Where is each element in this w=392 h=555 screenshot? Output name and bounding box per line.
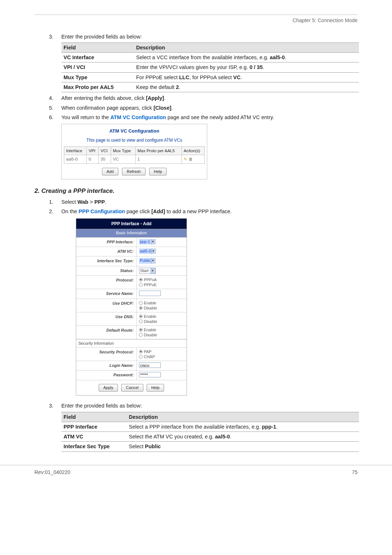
- form-label: Security Protocol:: [76, 348, 137, 361]
- form-value: PPPoAPPPoE: [137, 276, 187, 289]
- radio-label: Disable: [144, 332, 157, 337]
- txt: For PPPoE select: [136, 74, 179, 80]
- txt: Select the ATM VC you created, e.g.: [129, 434, 215, 439]
- step-5: 5. When confirmation page appears, click…: [49, 104, 358, 112]
- radio-icon: [139, 315, 143, 318]
- radio-option[interactable]: Enable: [139, 327, 184, 332]
- field-table-2: Field Description PPP Interface Select a…: [61, 412, 359, 452]
- text-input[interactable]: [139, 362, 161, 368]
- table-row: Interface Sec Type Select Public: [61, 442, 359, 451]
- cell-field: ATM VC: [61, 432, 127, 442]
- dropdown[interactable]: ppp-1: [139, 239, 156, 244]
- radio-option[interactable]: PPPoA: [139, 277, 184, 282]
- txt: Enter the VPI/VCI values given by your I…: [136, 64, 249, 70]
- txt: .: [179, 84, 180, 90]
- footer-rev: Rev:01_040220: [34, 469, 70, 476]
- radio-option[interactable]: CHAP: [139, 354, 184, 359]
- cancel-button[interactable]: Cancel: [121, 384, 143, 392]
- form-value: PAPCHAP: [137, 348, 187, 361]
- step-num: 3.: [49, 402, 61, 409]
- radio-label: PAP: [144, 349, 151, 354]
- text-input[interactable]: [139, 372, 161, 377]
- th: Mux Type: [111, 147, 135, 155]
- th: Action(s): [181, 147, 204, 155]
- dropdown-value: Public: [140, 258, 151, 263]
- txt: .: [285, 54, 286, 60]
- cell-desc: Select Public: [127, 442, 359, 451]
- txt: .: [276, 424, 278, 430]
- form-row: Login Name:: [76, 361, 187, 370]
- step-text: When confirmation page appears, click [C…: [61, 104, 173, 112]
- td: aal5-0: [64, 155, 87, 163]
- txt-bold: Public: [145, 443, 161, 449]
- form-label: Login Name:: [76, 361, 137, 370]
- cell-field: VPI / VCI: [61, 62, 134, 72]
- step-d3: 3. Enter the provided fields as below:: [49, 402, 358, 409]
- help-button[interactable]: Help: [149, 168, 167, 175]
- delete-icon[interactable]: 🗑: [189, 157, 193, 161]
- txt-bold: ppp-1: [262, 424, 276, 430]
- edit-icon[interactable]: ✎: [184, 157, 187, 161]
- step-text: You will return to the ATM VC Configurat…: [61, 114, 274, 121]
- txt-bold: LLC: [179, 74, 189, 80]
- form-label: Use DHCP:: [76, 299, 137, 312]
- cell-field: Mux Type: [61, 72, 134, 82]
- form-label: PPP Interface:: [76, 238, 137, 247]
- cell-field: Interface Sec Type: [61, 442, 127, 451]
- radio-icon: [139, 333, 143, 337]
- section-basic-info: Basic Information: [76, 229, 187, 237]
- th: VPI: [87, 147, 99, 155]
- form-value: [137, 370, 187, 380]
- radio-option[interactable]: Enable: [139, 314, 184, 319]
- td-actions: ✎ 🗑: [181, 155, 204, 163]
- radio-icon: [139, 306, 143, 310]
- radio-option[interactable]: PAP: [139, 349, 184, 354]
- txt: .: [164, 95, 166, 101]
- radio-option[interactable]: PPPoE: [139, 282, 184, 287]
- radio-label: Enable: [144, 327, 156, 332]
- cell-desc: Select a VCC interface from the availabl…: [134, 53, 359, 62]
- txt-bold: 0 / 35: [249, 64, 262, 70]
- radio-option[interactable]: Enable: [139, 300, 184, 305]
- help-button[interactable]: Help: [147, 384, 164, 392]
- txt: .: [105, 199, 106, 205]
- form-row: Security Protocol:PAPCHAP: [76, 348, 187, 361]
- td: VC: [111, 155, 135, 163]
- apply-button[interactable]: Apply: [99, 384, 118, 392]
- dropdown[interactable]: Start: [139, 268, 156, 274]
- text-input[interactable]: [139, 291, 161, 296]
- step-num: 5.: [49, 104, 61, 112]
- cell-field: VC Interface: [61, 53, 134, 62]
- chevron-down-icon: [151, 268, 155, 274]
- panel-subtitle: This page is used to view and configure …: [64, 137, 205, 143]
- txt: , for PPPoA select: [189, 74, 233, 80]
- th-desc: Description: [134, 42, 359, 52]
- txt: You will return to the: [61, 114, 110, 120]
- ppp-button-row: Apply Cancel Help: [76, 380, 187, 395]
- add-button[interactable]: Add: [102, 168, 119, 175]
- table-row: VPI / VCI Enter the VPI/VCI values given…: [61, 62, 359, 72]
- form-value: EnableDisable: [137, 299, 187, 312]
- radio-label: CHAP: [144, 354, 155, 359]
- radio-option[interactable]: Disable: [139, 305, 184, 311]
- radio-icon: [139, 350, 143, 353]
- th-field: Field: [61, 42, 134, 52]
- button-row: Add Refresh Help: [64, 167, 205, 175]
- form-row: PPP Interface:ppp-1: [76, 238, 187, 247]
- atm-vc-config-panel: ATM VC Configuration This page is used t…: [61, 124, 207, 179]
- refresh-button[interactable]: Refresh: [122, 168, 146, 175]
- th: Max Proto per AAL5: [135, 147, 181, 155]
- footer-page: 75: [352, 469, 358, 476]
- radio-option[interactable]: Disable: [139, 319, 184, 324]
- dropdown[interactable]: aal5-0: [139, 248, 156, 254]
- cell-desc: Select a PPP interface from the availabl…: [127, 422, 359, 432]
- radio-label: Enable: [144, 314, 156, 319]
- txt: page click: [125, 208, 151, 214]
- table-header-row: Field Description: [61, 42, 359, 52]
- dropdown[interactable]: Public: [139, 258, 156, 263]
- form-label: Service Name:: [76, 289, 137, 298]
- txt: .: [241, 74, 242, 80]
- form-row: Status:Start: [76, 266, 187, 276]
- link-text: PPP Configuration: [79, 208, 125, 214]
- radio-option[interactable]: Disable: [139, 332, 184, 337]
